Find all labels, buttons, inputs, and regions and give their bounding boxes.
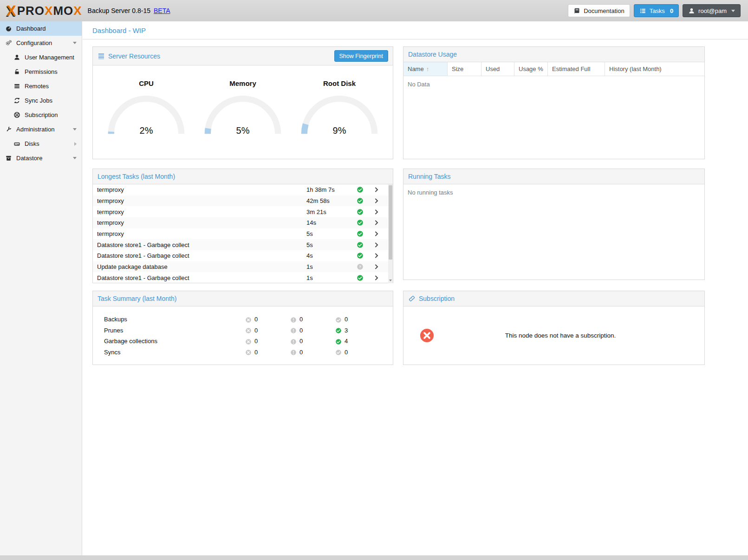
chevron-right-icon[interactable]: [369, 263, 384, 270]
subscription-header: Subscription: [403, 291, 704, 306]
tasks-button[interactable]: Tasks 0: [634, 4, 679, 17]
task-name: termproxy: [93, 219, 306, 226]
scrollbar-down-button[interactable]: [388, 278, 393, 283]
caret-down-icon[interactable]: [73, 128, 77, 130]
window-bottom-edge: [0, 555, 748, 560]
task-duration: 5s: [306, 230, 351, 237]
task-row: termproxy1h 38m 7s: [93, 184, 388, 195]
server-resources-panel: Server Resources Show Fingerprint CPU 2%…: [92, 46, 393, 159]
chevron-right-icon[interactable]: [369, 241, 384, 248]
chevron-right-icon[interactable]: [369, 186, 384, 193]
user-menu-button[interactable]: root@pam: [683, 4, 741, 17]
documentation-button[interactable]: Documentation: [568, 4, 630, 17]
sidebar-item-administration[interactable]: Administration: [0, 122, 82, 137]
task-row: Datastore store1 - Garbage collect1s: [93, 272, 388, 283]
page-title-bar: Dashboard - WIP: [83, 21, 748, 39]
longest-tasks-title: Longest Tasks (last Month): [98, 173, 175, 180]
datastore-usage-header: Datastore Usage: [403, 47, 704, 62]
warning-count-icon: [290, 327, 297, 334]
proxmox-logo: X PROXMOX: [7, 4, 82, 18]
sidebar-item-datastore[interactable]: Datastore: [0, 151, 82, 165]
proxmox-logo-text: PROXMOX: [17, 5, 82, 17]
server-resources-title: Server Resources: [108, 52, 160, 60]
show-fingerprint-button[interactable]: Show Fingerprint: [334, 50, 389, 62]
beta-link[interactable]: BETA: [154, 7, 170, 14]
scrollbar-thumb[interactable]: [389, 185, 392, 260]
sidebar-item-dashboard[interactable]: Dashboard: [0, 21, 82, 36]
archive-icon: [5, 155, 12, 162]
column-header-name[interactable]: Name ↑: [403, 62, 448, 76]
task-name: Datastore store1 - Garbage collect: [93, 241, 306, 248]
task-row: termproxy42m 58s: [93, 195, 388, 207]
warning-count-icon: [290, 349, 297, 356]
stripes-icon: [98, 52, 105, 60]
summary-label: Garbage collections: [93, 338, 245, 345]
status-ok-icon: [351, 197, 369, 204]
product-version-label: Backup Server 0.8-15: [88, 7, 150, 14]
task-row: Update package database1s: [93, 261, 388, 273]
chevron-right-icon[interactable]: [369, 219, 384, 226]
memory-gauge: Memory 5%: [200, 73, 286, 137]
sidebar-item-sync-jobs[interactable]: Sync Jobs: [0, 93, 82, 108]
sidebar-item-remotes[interactable]: Remotes: [0, 79, 82, 93]
life-ring-icon: [13, 111, 20, 118]
ok-count: 3: [345, 327, 348, 334]
error-count: 0: [254, 338, 258, 345]
sort-asc-icon: ↑: [426, 65, 429, 72]
task-row: termproxy5s: [93, 228, 388, 240]
task-row: termproxy3m 21s: [93, 206, 388, 217]
hdd-icon: [13, 140, 20, 147]
longest-tasks-list: termproxy1h 38m 7stermproxy42m 58stermpr…: [93, 184, 388, 283]
column-header-size[interactable]: Size: [448, 62, 481, 76]
sync-icon: [13, 97, 20, 104]
ok-count: 0: [345, 349, 348, 356]
server-bars-icon: [13, 83, 20, 90]
subscription-title: Subscription: [419, 295, 455, 302]
column-header-estimated-full[interactable]: Estimated Full: [548, 62, 605, 76]
user-avatar-icon: [688, 7, 695, 14]
warning-count: 0: [299, 349, 303, 356]
error-count-icon: [245, 338, 252, 345]
error-count-icon: [245, 316, 252, 323]
datastore-usage-panel: Datastore Usage Name ↑ Size Used Usage %…: [403, 46, 705, 159]
task-duration: 1s: [306, 274, 351, 281]
chevron-right-icon[interactable]: [369, 230, 384, 237]
sidebar: Dashboard Configuration User Management …: [0, 21, 82, 555]
caret-right-icon[interactable]: [74, 142, 77, 146]
task-name: termproxy: [93, 230, 306, 237]
no-subscription-icon: [419, 327, 435, 344]
sidebar-item-disks[interactable]: Disks: [0, 137, 82, 151]
book-icon: [573, 7, 580, 14]
wrench-icon: [5, 126, 12, 133]
scrollbar[interactable]: [388, 184, 393, 283]
status-ok-icon: [351, 186, 369, 193]
task-name: Datastore store1 - Garbage collect: [93, 252, 306, 259]
datastore-usage-column-headers: Name ↑ Size Used Usage % Estimated Full …: [403, 62, 704, 76]
sidebar-item-user-management[interactable]: User Management: [0, 50, 82, 65]
sidebar-item-configuration[interactable]: Configuration: [0, 36, 82, 50]
task-summary-title: Task Summary (last Month): [98, 295, 176, 302]
task-duration: 1h 38m 7s: [306, 186, 351, 193]
sidebar-item-permissions[interactable]: Permissions: [0, 65, 82, 79]
gauges-row: CPU 2% Memory 5% Root Disk: [93, 65, 393, 137]
task-duration: 14s: [306, 219, 351, 226]
chevron-right-icon[interactable]: [369, 274, 384, 281]
column-header-usage-pct[interactable]: Usage %: [514, 62, 548, 76]
summary-row: Syncs000: [93, 347, 393, 358]
user-icon: [13, 54, 20, 61]
status-ok-icon: [351, 208, 369, 215]
unlock-icon: [13, 68, 20, 75]
chevron-right-icon[interactable]: [369, 208, 384, 215]
error-count: 0: [254, 349, 258, 356]
chevron-right-icon[interactable]: [369, 197, 384, 204]
column-header-history[interactable]: History (last Month): [605, 62, 704, 76]
chevron-right-icon[interactable]: [369, 252, 384, 259]
column-header-used[interactable]: Used: [481, 62, 514, 76]
root-disk-gauge: Root Disk 9%: [296, 73, 383, 137]
sidebar-item-subscription[interactable]: Subscription: [0, 108, 82, 122]
summary-label: Prunes: [93, 327, 245, 334]
task-summary-header: Task Summary (last Month): [93, 291, 393, 306]
warning-count-icon: [290, 338, 297, 345]
caret-down-icon[interactable]: [73, 157, 77, 159]
caret-down-icon[interactable]: [73, 42, 77, 44]
